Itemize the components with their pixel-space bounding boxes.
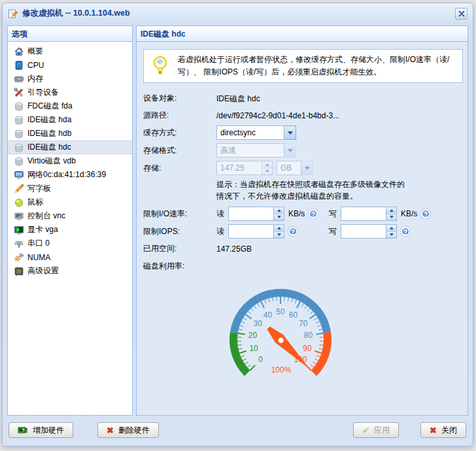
sidebar-item[interactable]: FDC磁盘 fda [8, 99, 132, 113]
close-button[interactable]: ✖ 关闭 [420, 422, 466, 438]
disk-icon [14, 129, 24, 139]
close-label: 关闭 [441, 425, 457, 436]
restart-notice-text: 若虚拟机处于运行或者暂停状态，修改缓存方式、存储大小、限制I/O速率（读/写）、… [178, 54, 456, 78]
close-window-button[interactable] [455, 8, 468, 20]
sidebar-item[interactable]: 内存 [8, 72, 132, 86]
svg-text:70: 70 [299, 319, 308, 328]
iops-read-spinner [228, 224, 284, 239]
disk-icon [14, 142, 24, 153]
storage-size-spinner [216, 161, 273, 175]
sidebar-item[interactable]: 概要 [8, 44, 132, 58]
io-write-spinner [341, 207, 397, 221]
sidebar-item[interactable]: IDE磁盘 hda [8, 113, 132, 127]
storage-format-input [216, 143, 284, 158]
sidebar-item[interactable]: 控制台 vnc [8, 209, 132, 223]
spinner-arrows[interactable] [273, 207, 284, 220]
storage-format-combobox [216, 143, 296, 158]
spin-up-icon[interactable] [274, 207, 284, 214]
sidebar-item-label: 控制台 vnc [27, 210, 65, 222]
sidebar-item[interactable]: Virtio磁盘 vdb [8, 154, 132, 168]
sidebar-list: 概要@CPU内存引导设备FDC磁盘 fdaIDE磁盘 hdaIDE磁盘 hdbI… [8, 42, 132, 278]
sidebar-item-label: 高级设置 [27, 265, 59, 276]
sidebar-item-label: 显卡 vga [27, 224, 58, 235]
help-icon[interactable]: ? [309, 209, 318, 218]
used-space-value: 147.25GB [216, 244, 252, 254]
sidebar-item[interactable]: 高级设置 [8, 264, 132, 278]
sidebar-item[interactable]: 写字板 [8, 182, 132, 195]
disk-utilization-gauge-wrap: 0102030405060708090100100% [227, 280, 461, 385]
disk-utilization-gauge: 0102030405060708090100100% [227, 280, 358, 383]
sidebar-item-label: 写字板 [27, 183, 51, 194]
svg-text:80: 80 [304, 331, 313, 340]
spin-down-icon[interactable] [386, 231, 396, 239]
help-icon[interactable]: ? [401, 227, 410, 236]
sidebar-item[interactable]: 网络0c:da:41:1d:36:39 [8, 168, 132, 182]
disk-icon [14, 156, 24, 167]
sidebar-item[interactable]: 鼠标 [8, 195, 132, 209]
tablet-pen-icon [14, 184, 24, 194]
sidebar-item-label: 引导设备 [27, 87, 59, 98]
title-bar[interactable]: 修改虚拟机 -- 10.0.1.104.web [3, 3, 473, 22]
options-panel: 选项 概要@CPU内存引导设备FDC磁盘 fdaIDE磁盘 hdaIDE磁盘 h… [7, 25, 133, 416]
spin-up-icon[interactable] [386, 207, 396, 214]
svg-text:10: 10 [249, 344, 258, 353]
iops-label: 限制IOPS: [143, 226, 216, 237]
device-object-value: IDE磁盘 hdc [216, 93, 260, 105]
spin-up-icon[interactable] [386, 225, 396, 231]
delete-x-icon: ✖ [107, 426, 114, 435]
spin-down-icon[interactable] [386, 214, 396, 221]
io-rate-label: 限制I/O速率: [143, 209, 216, 220]
sidebar-item-label: 内存 [27, 73, 43, 84]
cache-mode-label: 缓存方式: [143, 127, 216, 139]
options-panel-header: 选项 [8, 26, 132, 42]
svg-text:90: 90 [303, 344, 312, 353]
sidebar-item[interactable]: IDE磁盘 hdb [8, 127, 132, 141]
serial-port-icon [14, 239, 24, 249]
kbs-unit: KB/s [401, 209, 417, 218]
cache-mode-input[interactable] [216, 125, 284, 140]
sidebar-item[interactable]: IDE磁盘 hdc [8, 141, 132, 154]
kbs-unit: KB/s [288, 209, 305, 218]
svg-text:50: 50 [276, 307, 285, 316]
cpu-icon: @ [14, 60, 24, 71]
source-path-value: /dev/f92794c2-9d01-4de1-b4bd-3... [216, 110, 339, 120]
memory-icon [14, 74, 24, 84]
chevron-down-icon[interactable] [284, 125, 296, 140]
apply-button[interactable]: ✔ 应用 [353, 422, 399, 438]
help-icon[interactable]: ? [421, 209, 430, 218]
sidebar-item[interactable]: 引导设备 [8, 86, 132, 99]
spinner-arrows[interactable] [273, 225, 284, 238]
sidebar-item-label: NUMA [27, 253, 50, 262]
spin-up-icon[interactable] [274, 225, 284, 231]
storage-size-label: 存储: [143, 163, 216, 174]
device-form: 若虚拟机处于运行或者暂停状态，修改缓存方式、存储大小、限制I/O速率（读/写）、… [137, 42, 468, 415]
storage-format-label: 存储格式: [143, 145, 216, 156]
help-icon[interactable]: ? [288, 227, 298, 236]
add-hardware-button[interactable]: 增加硬件 [8, 422, 73, 438]
delete-hardware-button[interactable]: ✖ 删除硬件 [97, 422, 159, 438]
sidebar-item[interactable]: @CPU [8, 58, 132, 72]
console-icon [14, 211, 24, 222]
disk-utilization-label: 磁盘利用率: [143, 261, 216, 272]
sidebar-item[interactable]: 串口 0 [8, 237, 132, 250]
numa-gears-icon [14, 252, 24, 263]
svg-text:30: 30 [254, 319, 263, 328]
close-x-icon: ✖ [430, 426, 437, 435]
sidebar-item-label: 概要 [27, 46, 43, 57]
dialog-footer: 增加硬件 ✖ 删除硬件 ✔ 应用 ✖ 关闭 [8, 422, 466, 438]
sidebar-item[interactable]: 显卡 vga [8, 223, 132, 237]
sidebar-item-label: FDC磁盘 fda [27, 101, 73, 112]
spin-down-icon[interactable] [274, 214, 284, 221]
storage-unit-input [277, 161, 301, 175]
network-icon [14, 170, 24, 180]
boot-device-icon [14, 88, 24, 98]
window-title: 修改虚拟机 -- 10.0.1.104.web [22, 8, 451, 19]
sidebar-item[interactable]: NUMA [8, 250, 132, 264]
spinner-arrows[interactable] [386, 207, 396, 220]
spin-down-icon[interactable] [274, 231, 284, 239]
spinner-arrows [262, 161, 272, 175]
sidebar-item-label: IDE磁盘 hda [27, 114, 71, 125]
read-label: 读 [216, 226, 224, 237]
spinner-arrows[interactable] [386, 225, 396, 238]
svg-text:40: 40 [264, 310, 273, 320]
